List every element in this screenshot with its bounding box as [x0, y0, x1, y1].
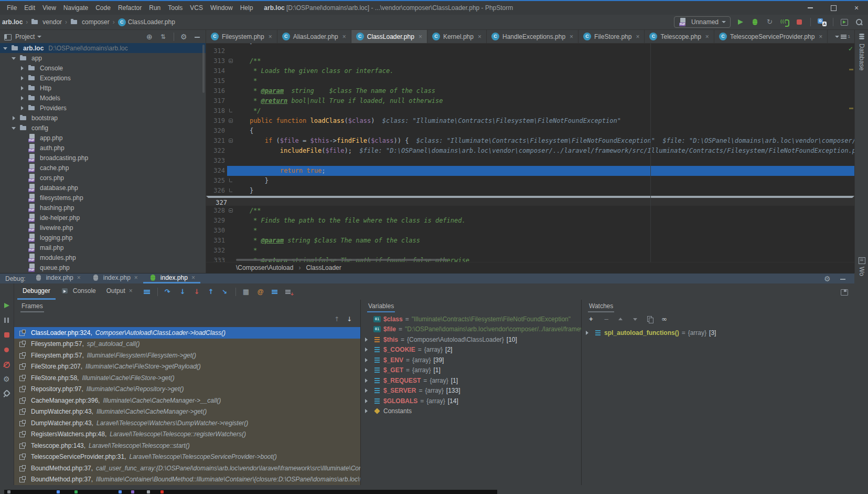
taskbar-icon[interactable] [119, 490, 122, 493]
menu-file[interactable]: File [3, 4, 20, 12]
menu-vcs[interactable]: VCS [186, 4, 207, 12]
breadcrumb-namespace[interactable]: \Composer\Autoload [236, 264, 293, 271]
tree-item[interactable]: filesystems.php [0, 193, 206, 203]
view-breakpoints-button[interactable] [2, 345, 12, 354]
code-line[interactable]: 314 * Loads the given class or interface… [206, 66, 854, 76]
move-watch-down-button[interactable] [631, 315, 640, 323]
menu-navigate[interactable]: Navigate [60, 4, 92, 12]
variable-row[interactable]: $file = "D:\OSPanel\domains\arb.loc\vend… [361, 324, 581, 335]
frame-row[interactable]: BoundMethod.php:37, Illuminate\Container… [14, 474, 360, 486]
close-tab-icon[interactable]: × [77, 274, 81, 281]
code-line[interactable]: 319 public function loadClass($class) $c… [206, 116, 854, 126]
line-number[interactable]: 326 [206, 186, 227, 196]
previous-frame-icon[interactable] [332, 315, 341, 323]
code-line[interactable]: 316 * @param string $class The name of t… [206, 86, 854, 96]
code-line[interactable]: 327 [206, 196, 854, 206]
tree-item[interactable]: Http [0, 83, 206, 93]
tab-debugger[interactable]: Debugger [17, 283, 56, 300]
line-number[interactable]: 329 [206, 216, 227, 226]
breadcrumb-item[interactable]: vendor [31, 18, 62, 26]
variables-panel-title[interactable]: Variables [367, 301, 395, 312]
variable-row[interactable]: $_REQUEST = {array} [1] [361, 375, 581, 386]
line-number[interactable]: 320 [206, 126, 227, 136]
expand-arrow-icon[interactable] [365, 366, 371, 374]
mute-breakpoints-button[interactable] [2, 360, 12, 369]
fold-gutter[interactable] [227, 176, 234, 186]
debug-session-tab[interactable]: index.php× [143, 274, 200, 283]
frame-row[interactable]: FileStore.php:207, Illuminate\Cache\File… [14, 361, 360, 373]
variable-row[interactable]: $this = {Composer\Autoload\ClassLoader} … [361, 334, 581, 345]
line-number[interactable]: 319 [206, 116, 227, 126]
taskbar-icon[interactable] [57, 490, 60, 493]
frame-row[interactable]: FileStore.php:58, Illuminate\Cache\FileS… [14, 372, 360, 384]
expand-arrow-icon[interactable] [365, 346, 371, 353]
run-configuration-selector[interactable]: Unnamed [674, 16, 731, 28]
variable-row[interactable]: $_ENV = {array} [39] [361, 355, 581, 365]
close-tab-icon[interactable]: × [129, 287, 133, 295]
code-line[interactable]: 329 * Finds the path to the file where t… [206, 216, 854, 226]
chevron-down-icon[interactable] [2, 46, 8, 50]
variable-row[interactable]: $class = "Illuminate\Contracts\Filesyste… [361, 314, 581, 324]
taskbar-icon[interactable] [74, 490, 78, 493]
chevron-down-icon[interactable] [10, 56, 17, 60]
expand-arrow-icon[interactable] [365, 356, 371, 364]
tree-item[interactable]: app.php [0, 133, 206, 143]
chevron-right-icon[interactable] [19, 86, 25, 90]
menu-code[interactable]: Code [92, 4, 114, 12]
debug-header-settings-icon[interactable] [823, 275, 832, 283]
code-line[interactable]: 312 [206, 46, 854, 56]
fold-gutter[interactable] [227, 136, 234, 146]
line-number[interactable]: 318 [206, 106, 227, 116]
line-number[interactable]: 314 [206, 66, 227, 76]
remove-watch-button[interactable] [602, 315, 611, 323]
step-out-button[interactable] [206, 288, 216, 296]
taskbar-icon[interactable] [160, 490, 164, 493]
close-tab-icon[interactable]: × [819, 33, 822, 40]
breadcrumb-item[interactable]: arb.loc [2, 18, 23, 26]
code-line[interactable]: 318 */ [206, 106, 854, 116]
line-number[interactable]: 332 [206, 246, 227, 256]
resume-button[interactable] [2, 301, 12, 310]
run-to-cursor-button[interactable] [220, 288, 230, 296]
show-execution-point-button[interactable] [142, 288, 152, 296]
stop-button[interactable] [795, 18, 804, 26]
tree-item[interactable]: Console [0, 63, 206, 73]
project-settings-button[interactable] [179, 33, 189, 41]
tree-item[interactable]: config [0, 123, 206, 133]
chevron-right-icon[interactable] [19, 66, 25, 70]
line-number[interactable]: 321 [206, 136, 227, 146]
code-line[interactable]: 326 } [206, 186, 854, 196]
editor-tab[interactable]: Filesystem.php× [206, 30, 277, 43]
expand-arrow-icon[interactable] [365, 397, 371, 405]
show-watches-in-variables-button[interactable] [660, 315, 670, 323]
variable-row[interactable]: $_COOKIE = {array} [2] [361, 345, 581, 355]
fold-start-icon[interactable] [229, 208, 233, 213]
chevron-right-icon[interactable] [19, 106, 25, 110]
menu-tools[interactable]: Tools [164, 4, 186, 12]
close-tab-icon[interactable]: × [478, 33, 481, 40]
chevron-right-icon[interactable] [10, 116, 17, 120]
view-breakpoints-list-button[interactable] [270, 288, 280, 296]
code-line[interactable]: 313 /** [206, 56, 854, 66]
expand-arrow-icon[interactable] [365, 377, 371, 384]
fold-gutter[interactable] [227, 56, 234, 66]
tree-item[interactable]: cors.php [0, 173, 206, 183]
variable-row[interactable]: $GLOBALS = {array} [14] [361, 396, 581, 406]
step-into-button[interactable] [178, 288, 187, 296]
chevron-down-icon[interactable] [37, 36, 41, 38]
line-number[interactable]: 327 [208, 198, 229, 206]
close-tab-icon[interactable]: × [269, 33, 272, 40]
tree-item[interactable]: cache.php [0, 163, 206, 173]
variable-row[interactable]: $_SERVER = {array} [133] [361, 386, 581, 396]
expand-arrow-icon[interactable] [365, 336, 371, 343]
menu-window[interactable]: Window [207, 4, 237, 12]
project-scrollbar[interactable] [202, 45, 205, 93]
line-number[interactable]: 315 [206, 76, 227, 86]
tree-item[interactable]: ide-helper.php [0, 213, 206, 223]
close-tab-icon[interactable]: × [191, 274, 195, 281]
line-number[interactable]: 317 [206, 96, 227, 106]
database-toolwindow-button[interactable]: Database [855, 33, 868, 70]
frame-row[interactable]: Filesystem.php:57, Illuminate\Filesystem… [14, 350, 360, 361]
frame-row[interactable]: DumpWatcher.php:43, Laravel\Telescope\Wa… [14, 417, 360, 429]
tree-item[interactable]: database.php [0, 183, 206, 193]
